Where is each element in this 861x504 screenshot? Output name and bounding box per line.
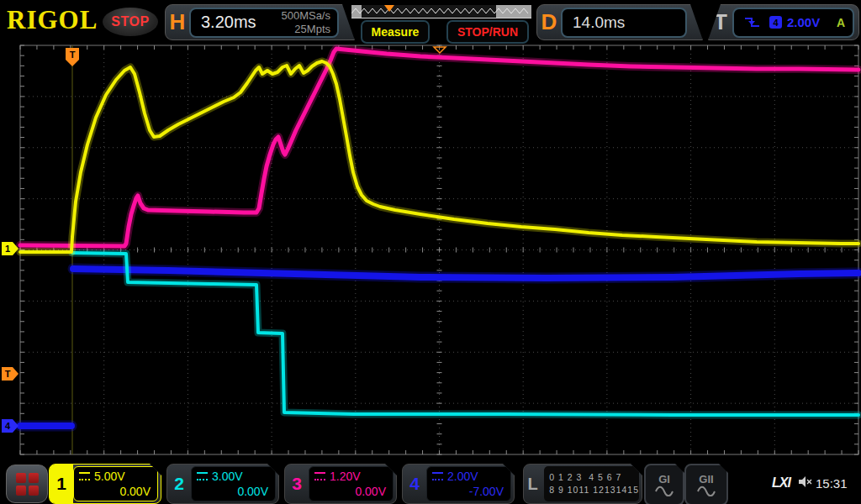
digital-channels-row2: 8 9 1011 12131415 [549,484,639,496]
channel-4-offset: -7.00V [432,485,504,498]
measure-button[interactable]: Measure [361,20,430,44]
trigger-sweep-mode: A [837,16,853,29]
trigger-slope-falling-icon [744,16,761,29]
channel-2-box[interactable]: 2 3.00V 0.00V [166,464,279,504]
generator-1-label: GI [658,474,670,485]
channel-3-scale: 1.20V [330,470,361,483]
channel-4-box[interactable]: 4 2.00V -7.00V [402,464,515,504]
memory-trigger-marker [384,5,394,12]
rigol-logo: RIGOL [7,5,98,35]
run-state-badge: STOP [103,8,158,36]
oscilloscope-screen: 1T4T RIGOL STOP H 3.20ms 500MSa/s 25Mpts… [0,0,861,504]
stop-run-button[interactable]: STOP/RUN [446,20,529,44]
channel-1-box[interactable]: 1 5.00V 0.00V [49,464,161,504]
sample-rate: 500MSa/s [281,9,330,23]
channel-2-number: 2 [167,465,191,503]
delay-label: D [537,9,561,35]
sine-wave-icon [654,485,674,496]
digital-channels-row1: 0 1 2 3 4 5 6 7 [549,471,639,484]
channel-1-offset: 0.00V [79,485,151,498]
timebase-value: 3.20ms [191,13,256,32]
trigger-settings[interactable]: T 4 2.00V A [708,4,859,40]
svg-text:1: 1 [5,244,10,254]
channel-2-coupling-icon [197,472,208,480]
delay-value: 14.0ms [563,13,625,32]
clock: 15:31 [816,476,848,491]
channel-1-number: 1 [50,465,73,503]
measure-label: Measure [372,25,420,39]
logic-analyzer-box[interactable]: L 0 1 2 3 4 5 6 7 8 9 1011 12131415 [523,464,642,504]
channel-4-scale: 2.00V [447,470,478,483]
delay-box: 14.0ms [561,8,687,38]
generator-2-label: GII [699,474,713,485]
channel-2-scale: 3.00V [212,470,243,483]
trigger-box: 4 2.00V A [732,8,854,38]
svg-text:T: T [70,50,76,60]
run-state-label: STOP [111,14,149,29]
trigger-level-value: 2.00V [787,15,820,29]
trigger-source-badge: 4 [769,16,782,29]
channel-3-number: 3 [285,465,309,503]
horizontal-label: H [166,9,189,35]
speaker-muted-icon [798,475,813,488]
stop-run-label: STOP/RUN [457,25,518,39]
memory-position-bar[interactable] [351,5,531,18]
logic-analyzer-label: L [524,465,541,503]
channel-3-offset: 0.00V [314,485,386,498]
channel-4-coupling-icon [432,472,443,480]
menu-grid-icon [16,473,39,496]
generator-1-button[interactable]: GI [644,464,684,504]
delay-settings[interactable]: D 14.0ms [536,4,703,40]
channel-1-scale: 5.00V [94,470,125,483]
timebase-box: 3.20ms 500MSa/s 25Mpts [189,8,339,38]
memory-waveform-icon [351,5,531,18]
channel-4-number: 4 [403,465,426,503]
svg-text:4: 4 [5,421,11,431]
lxi-status: LXI [772,475,790,491]
generator-2-button[interactable]: GII [684,464,728,504]
channel-1-coupling-icon [79,472,90,480]
channel-2-offset: 0.00V [197,485,268,498]
waveform-display: 1T4T [0,0,861,504]
svg-text:T: T [5,369,11,379]
channel-3-coupling-icon [314,472,325,480]
memory-depth: 25Mpts [281,23,330,36]
horizontal-settings[interactable]: H 3.20ms 500MSa/s 25Mpts [165,4,355,40]
channel-3-box[interactable]: 3 1.20V 0.00V [284,464,397,504]
sine-wave-icon [696,485,716,496]
main-menu-button[interactable] [6,465,48,503]
